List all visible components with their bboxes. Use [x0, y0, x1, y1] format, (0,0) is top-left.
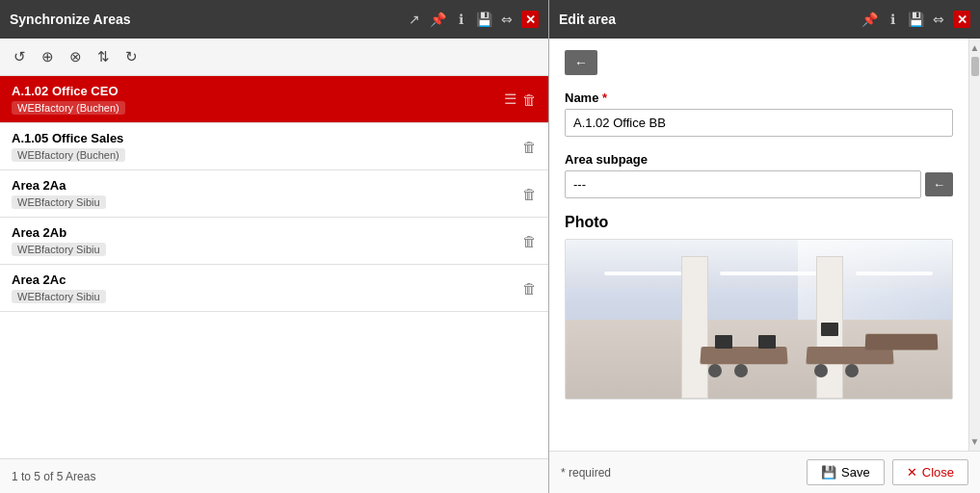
pagination-info: 1 to 5 of 5 Areas: [12, 470, 95, 483]
item-actions: 🗑: [522, 233, 537, 249]
item-tag: WEBfactory Sibiu: [12, 195, 106, 209]
office-photo: [566, 240, 952, 399]
add-button[interactable]: ⊕: [38, 46, 58, 67]
info-icon[interactable]: ℹ: [452, 11, 469, 28]
photo-label: Photo: [565, 214, 953, 231]
scroll-up-button[interactable]: ▲: [968, 40, 980, 55]
item-tag: WEBfactory (Buchen): [12, 101, 125, 115]
right-panel-footer: * required 💾 Save ✕ Close: [549, 451, 980, 493]
save-doc-icon[interactable]: 💾: [907, 11, 924, 28]
export-icon[interactable]: ↗: [406, 11, 423, 28]
name-input[interactable]: [565, 109, 953, 137]
name-label: Name *: [565, 91, 953, 105]
close-button[interactable]: ✕ Close: [892, 459, 968, 485]
delete-icon[interactable]: 🗑: [522, 280, 537, 297]
item-tag: WEBfactory Sibiu: [12, 290, 106, 303]
item-name: A.1.02 Office CEO: [12, 84, 504, 98]
save-button[interactable]: 💾 Save: [807, 459, 885, 485]
item-info: A.1.05 Office Sales WEBfactory (Buchen): [12, 131, 522, 162]
left-panel-title: Synchronize Areas: [10, 12, 131, 27]
item-actions: 🗑: [522, 186, 537, 202]
save-doc-icon[interactable]: 💾: [475, 11, 492, 28]
required-note: * required: [561, 466, 611, 480]
left-header-icons: ↗ 📌 ℹ 💾 ⇔ ✕: [406, 11, 539, 28]
item-name: Area 2Aa: [12, 178, 522, 193]
save-icon: 💾: [821, 465, 836, 480]
close-circle-icon: ✕: [907, 465, 917, 480]
list-icon[interactable]: ☰: [504, 91, 516, 108]
list-item[interactable]: A.1.02 Office CEO WEBfactory (Buchen) ☰ …: [0, 76, 548, 123]
right-close-icon[interactable]: ✕: [953, 11, 970, 28]
areas-list: A.1.02 Office CEO WEBfactory (Buchen) ☰ …: [0, 76, 548, 458]
list-item[interactable]: Area 2Ab WEBfactory Sibiu 🗑: [0, 218, 548, 265]
info-icon[interactable]: ℹ: [884, 11, 901, 28]
area-subpage-back-button[interactable]: ←: [925, 172, 953, 196]
delete-icon[interactable]: 🗑: [522, 186, 537, 202]
item-name: A.1.05 Office Sales: [12, 131, 522, 145]
refresh-button[interactable]: ↺: [10, 46, 30, 67]
area-subpage-label: Area subpage: [565, 152, 953, 167]
delete-icon[interactable]: 🗑: [522, 233, 537, 249]
sync-button[interactable]: ↻: [121, 46, 142, 67]
item-actions: ☰ 🗑: [504, 91, 537, 108]
list-footer: 1 to 5 of 5 Areas: [0, 458, 548, 493]
list-item[interactable]: Area 2Aa WEBfactory Sibiu 🗑: [0, 170, 548, 218]
right-panel-header: Edit area 📌 ℹ 💾 ⇔ ✕: [549, 0, 980, 39]
pin-icon[interactable]: 📌: [861, 11, 878, 28]
scroll-down-button[interactable]: ▼: [968, 434, 980, 449]
left-close-icon[interactable]: ✕: [521, 11, 539, 28]
photo-group: Photo: [565, 214, 953, 400]
cancel-button[interactable]: ⊗: [66, 46, 86, 67]
required-star: *: [602, 91, 607, 105]
item-actions: 🗑: [522, 139, 537, 155]
name-field-group: Name *: [565, 91, 953, 137]
edit-area-content: ← Name * Area subpage ← Photo: [549, 39, 968, 451]
move-button[interactable]: ⇅: [93, 46, 114, 67]
list-item[interactable]: A.1.05 Office Sales WEBfactory (Buchen) …: [0, 123, 548, 170]
item-tag: WEBfactory Sibiu: [12, 243, 106, 256]
delete-icon[interactable]: 🗑: [522, 91, 537, 108]
left-toolbar: ↺ ⊕ ⊗ ⇅ ↻: [0, 39, 548, 76]
item-name: Area 2Ab: [12, 225, 522, 240]
right-header-icons: 📌 ℹ 💾 ⇔ ✕: [861, 11, 970, 28]
item-info: Area 2Ac WEBfactory Sibiu: [12, 272, 522, 303]
item-info: A.1.02 Office CEO WEBfactory (Buchen): [12, 84, 504, 115]
close-label: Close: [922, 465, 954, 480]
footer-buttons: 💾 Save ✕ Close: [807, 459, 968, 485]
area-subpage-row: ←: [565, 170, 953, 198]
item-info: Area 2Aa WEBfactory Sibiu: [12, 178, 522, 209]
back-button[interactable]: ←: [565, 50, 597, 75]
left-panel-header: Synchronize Areas ↗ 📌 ℹ 💾 ⇔ ✕: [0, 0, 548, 39]
item-name: Area 2Ac: [12, 272, 522, 287]
edit-area-panel: Edit area 📌 ℹ 💾 ⇔ ✕ ← Name * Area subpag…: [549, 0, 980, 493]
photo-container: [565, 239, 953, 400]
area-subpage-input[interactable]: [565, 170, 921, 198]
area-subpage-group: Area subpage ←: [565, 152, 953, 198]
scroll-thumb[interactable]: [971, 57, 979, 432]
scrollbar[interactable]: ▲ ▼: [968, 39, 980, 451]
item-tag: WEBfactory (Buchen): [12, 148, 125, 162]
arrows-icon[interactable]: ⇔: [930, 11, 947, 28]
right-panel-title: Edit area: [559, 12, 616, 27]
synchronize-areas-panel: Synchronize Areas ↗ 📌 ℹ 💾 ⇔ ✕ ↺ ⊕ ⊗ ⇅ ↻ …: [0, 0, 549, 493]
pin-icon[interactable]: 📌: [429, 11, 446, 28]
item-actions: 🗑: [522, 280, 537, 297]
item-info: Area 2Ab WEBfactory Sibiu: [12, 225, 522, 256]
save-label: Save: [841, 465, 870, 480]
arrows-icon[interactable]: ⇔: [498, 11, 516, 28]
delete-icon[interactable]: 🗑: [522, 139, 537, 155]
list-item[interactable]: Area 2Ac WEBfactory Sibiu 🗑: [0, 265, 548, 312]
